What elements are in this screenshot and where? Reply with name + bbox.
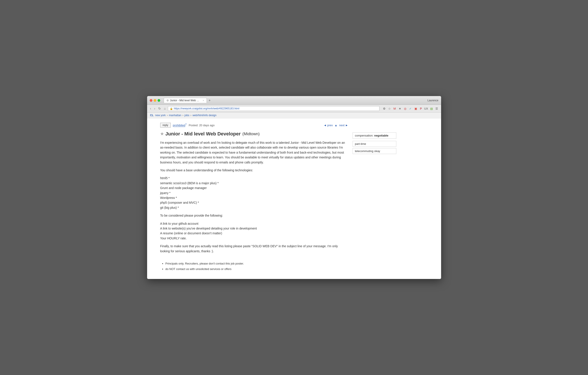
reload-button[interactable]: ↻ xyxy=(158,106,162,111)
next-link[interactable]: next ► xyxy=(339,124,348,127)
prohibited-sup: ? xyxy=(185,123,187,126)
post-title: ★ Junior - Mid level Web Developer (Midt… xyxy=(160,131,348,137)
compensation-value: negotiable xyxy=(374,134,388,137)
title-bar: ☮ Junior - Mid level Web Dev × + Laurenc… xyxy=(147,96,441,105)
post-location: (Midtown) xyxy=(242,132,260,136)
breadcrumb-newyork[interactable]: new york xyxy=(155,114,166,117)
tab-favicon: ☮ xyxy=(167,99,169,102)
user-name: Laurence xyxy=(427,99,438,102)
post-title-text: Junior - Mid level Web Developer xyxy=(166,131,241,137)
url-text: https://newyork.craigslist.org/mnh/web/4… xyxy=(174,107,239,110)
posted-date: Posted: 20 days ago xyxy=(189,124,215,127)
breadcrumb-jobs[interactable]: jobs xyxy=(185,114,189,117)
buffer-icon[interactable]: ≡ xyxy=(398,106,402,111)
compensation-box: compensation: negotiable xyxy=(353,132,396,139)
post-paragraph-2: You should have a base understanding of … xyxy=(160,168,348,173)
footer-bullet-1: Principals only. Recruiters, please don'… xyxy=(166,262,348,266)
post-body: I'm experiencing an overload of work and… xyxy=(160,140,348,272)
breadcrumb-cl[interactable]: CL xyxy=(150,114,154,117)
page-content: reply prohibited? Posted: 20 days ago ◄ … xyxy=(147,118,441,279)
footer-bullet-2: do NOT contact us with unsolicited servi… xyxy=(166,267,348,272)
post-paragraph-1: I'm experiencing an overload of work and… xyxy=(160,140,348,165)
browser-window: ☮ Junior - Mid level Web Dev × + Laurenc… xyxy=(147,96,441,279)
address-bar: ‹ › ↻ ⌂ 🔒 https://newyork.craigslist.org… xyxy=(147,105,441,112)
back-button[interactable]: ‹ xyxy=(149,106,152,111)
telecommuting-tag: telecommuting okay xyxy=(353,148,396,154)
tab-title: Junior - Mid level Web Dev xyxy=(170,99,201,102)
extensions-icon[interactable]: ⚙ xyxy=(382,106,387,111)
lastpass-icon[interactable]: ◎ xyxy=(403,106,408,111)
up-link[interactable]: ▲ xyxy=(335,124,337,127)
sidebar: compensation: negotiable part-time telec… xyxy=(348,123,396,275)
post-paragraph-final: Finally, to make sure that you actually … xyxy=(160,244,348,254)
delicious-icon[interactable]: ✓ xyxy=(408,106,413,111)
prohibited-label[interactable]: prohibited xyxy=(173,124,185,127)
part-time-tag: part-time xyxy=(353,141,396,147)
post-controls: reply prohibited? Posted: 20 days ago ◄ … xyxy=(160,123,348,128)
post-paragraph-3: To be considered please provide the foll… xyxy=(160,213,348,218)
ssl-icon: 🔒 xyxy=(170,107,173,110)
todoist-icon[interactable]: ▣ xyxy=(414,106,418,111)
pinterest-icon[interactable]: P xyxy=(419,106,423,111)
address-input[interactable]: 🔒 https://newyork.craigslist.org/mnh/web… xyxy=(168,106,379,111)
prev-link[interactable]: ◄ prev xyxy=(324,124,333,127)
reply-button[interactable]: reply xyxy=(160,123,171,128)
main-content: reply prohibited? Posted: 20 days ago ◄ … xyxy=(160,123,348,275)
menu-icon[interactable]: ☰ xyxy=(435,106,439,111)
nav-arrows: ◄ prev ▲ next ► xyxy=(324,124,348,127)
active-tab[interactable]: ☮ Junior - Mid level Web Dev × xyxy=(164,98,207,103)
traffic-lights xyxy=(150,99,160,102)
breadcrumb-manhattan[interactable]: manhattan xyxy=(169,114,181,117)
minimize-button[interactable] xyxy=(154,99,156,102)
ux-icon[interactable]: UX xyxy=(424,106,429,111)
close-button[interactable] xyxy=(150,99,152,102)
tab-bar: ☮ Junior - Mid level Web Dev × + xyxy=(164,98,426,103)
breadcrumb-category[interactable]: web/html/info design xyxy=(193,114,216,117)
prohibited-link[interactable]: prohibited? xyxy=(173,123,187,127)
post-requirements-list: A link to your github account A link to … xyxy=(160,221,348,241)
evernote-icon[interactable]: ▤ xyxy=(429,106,434,111)
home-button[interactable]: ⌂ xyxy=(163,106,167,111)
breadcrumb-bar: CL new york › manhattan › jobs › web/htm… xyxy=(147,112,441,118)
post-footer-list: Principals only. Recruiters, please don'… xyxy=(166,262,348,272)
maximize-button[interactable] xyxy=(158,99,160,102)
new-tab-button[interactable]: + xyxy=(207,98,212,103)
tab-close-button[interactable]: × xyxy=(203,99,204,102)
gmail-icon[interactable]: M xyxy=(393,106,397,111)
bookmark-star-icon[interactable]: ☆ xyxy=(387,106,392,111)
favorite-star-icon[interactable]: ★ xyxy=(160,132,164,136)
toolbar-icons: ⚙ ☆ M ≡ ◎ ✓ ▣ P UX ▤ ☰ xyxy=(382,106,439,111)
forward-button[interactable]: › xyxy=(153,106,156,111)
compensation-label: compensation: xyxy=(355,134,374,137)
post-technologies-list: html5 * semantic scss/css3 (BEM is a maj… xyxy=(160,176,348,210)
